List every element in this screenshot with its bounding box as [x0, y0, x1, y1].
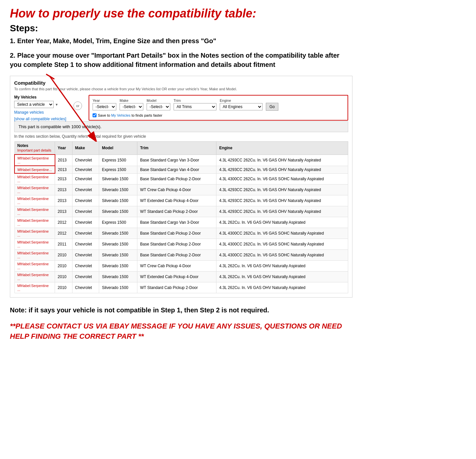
cell-notes: Mfrlabel:Serpentine... — [14, 166, 55, 173]
table-row: Mfrlabel:Serpentine ...2010ChevroletSilv… — [14, 261, 348, 272]
cell-make: Chevrolet — [72, 261, 99, 272]
compatibility-table: Notes Important part details Year Make M… — [14, 141, 348, 293]
make-select[interactable]: -Select- — [120, 103, 143, 110]
cell-trim: Base Standard Cab Pickup 2-Door — [137, 250, 216, 261]
make-label: Make — [120, 99, 143, 102]
cell-model: Silverado 1500 — [99, 272, 137, 282]
cell-trim: WT Extended Cab Pickup 4-Door — [137, 195, 216, 206]
table-row: Mfrlabel:Serpentine...2013ChevroletExpre… — [14, 166, 348, 173]
go-button[interactable]: Go — [266, 103, 278, 111]
cell-model: Silverado 1500 — [99, 195, 137, 206]
save-checkbox[interactable] — [93, 113, 97, 117]
manage-vehicles-link[interactable]: Manage vehicles — [14, 110, 67, 115]
table-row: Mfrlabel:Serpentine ...2013ChevroletSilv… — [14, 185, 348, 195]
note-text: Note: if it says your vehicle is not com… — [10, 305, 352, 315]
compatibility-widget: Compatibility To confirm that this part … — [10, 76, 352, 298]
cell-make: Chevrolet — [72, 239, 99, 250]
trim-select[interactable]: All Trims — [174, 103, 216, 110]
cell-model: Silverado 1500 — [99, 239, 137, 250]
cell-model: Silverado 1500 — [99, 282, 137, 293]
cell-trim: WT Standard Cab Pickup 2-Door — [137, 206, 216, 217]
contact-text: **PLEASE CONTACT US VIA EBAY MESSAGE IF … — [10, 321, 352, 342]
cell-engine: 4.3L 4293CC 262Cu. In. V6 GAS OHV Natura… — [216, 155, 348, 166]
main-title: How to properly use the compatibility ta… — [10, 7, 352, 20]
model-select[interactable]: -Select- — [147, 103, 170, 110]
table-row: Mfrlabel:Serpentine ...2010ChevroletSilv… — [14, 272, 348, 282]
cell-year: 2013 — [55, 173, 72, 185]
step1-text: 1. Enter Year, Make, Model, Trim, Engine… — [10, 36, 352, 45]
trim-label: Trim — [174, 99, 216, 102]
cell-make: Chevrolet — [72, 155, 99, 166]
compat-notice: This part is compatible with 1000 vehicl… — [14, 121, 348, 132]
cell-engine: 4.3L 4293CC 262Cu. In. V6 GAS OHV Natura… — [216, 185, 348, 195]
cell-notes: Mfrlabel:Serpentine ... — [14, 173, 55, 185]
engine-select[interactable]: All Engines — [220, 103, 263, 110]
table-row: Mfrlabel:Serpentine ...2012ChevroletSilv… — [14, 228, 348, 239]
col-trim: Trim — [137, 142, 216, 155]
cell-year: 2010 — [55, 261, 72, 272]
cell-engine: 4.3L 4300CC 262Cu. In. V6 GAS SOHC Natur… — [216, 173, 348, 185]
notes-subheader: Important part details — [17, 148, 51, 152]
cell-model: Silverado 1500 — [99, 206, 137, 217]
engine-label: Engine — [220, 99, 263, 102]
cell-trim: WT Crew Cab Pickup 4-Door — [137, 185, 216, 195]
col-notes: Notes Important part details — [14, 142, 55, 155]
cell-engine: 4.3L 4300CC 262Cu. In. V6 GAS SOHC Natur… — [216, 239, 348, 250]
cell-notes: Mfrlabel:Serpentine ... — [14, 282, 55, 293]
cell-trim: WT Crew Cab Pickup 4-Door — [137, 261, 216, 272]
cell-year: 2011 — [55, 239, 72, 250]
cell-make: Chevrolet — [72, 228, 99, 239]
cell-year: 2012 — [55, 228, 72, 239]
cell-make: Chevrolet — [72, 206, 99, 217]
cell-notes: Mfrlabel:Serpentine ... — [14, 250, 55, 261]
cell-trim: Base Standard Cab Pickup 2-Door — [137, 228, 216, 239]
cell-notes: Mfrlabel:Serpentine ... — [14, 217, 55, 228]
cell-model: Silverado 1500 — [99, 173, 137, 185]
table-row: Mfrlabel:Serpentine ...2012ChevroletExpr… — [14, 217, 348, 228]
cell-trim: Base Standard Cargo Van 4-Door — [137, 166, 216, 173]
show-all-link[interactable]: [show all compatible vehicles] — [14, 117, 67, 121]
steps-title: Steps: — [10, 23, 352, 34]
cell-notes: Mfrlabel:Serpentine ... — [14, 185, 55, 195]
cell-trim: WT Standard Cab Pickup 2-Door — [137, 282, 216, 293]
col-make: Make — [72, 142, 99, 155]
cell-notes: Mfrlabel:Serpentine ... — [14, 272, 55, 282]
col-model: Model — [99, 142, 137, 155]
cell-engine: 4.3L 262Cu. In. V6 GAS OHV Naturally Asp… — [216, 272, 348, 282]
cell-notes: Mfrlabel:Serpentine ... — [14, 228, 55, 239]
year-label: Year — [93, 99, 116, 102]
table-row: Mfrlabel:Serpentine ...2013ChevroletSilv… — [14, 173, 348, 185]
cell-make: Chevrolet — [72, 250, 99, 261]
cell-make: Chevrolet — [72, 272, 99, 282]
cell-trim: Base Standard Cargo Van 3-Door — [137, 217, 216, 228]
cell-notes: Mfrlabel:Serpentine ... — [14, 195, 55, 206]
cell-year: 2010 — [55, 250, 72, 261]
cell-make: Chevrolet — [72, 166, 99, 173]
table-row: Mfrlabel:Serpentine ...2011ChevroletSilv… — [14, 239, 348, 250]
cell-engine: 4.3L 4300CC 262Cu. In. V6 GAS SOHC Natur… — [216, 228, 348, 239]
cell-year: 2010 — [55, 272, 72, 282]
my-vehicles-save-link[interactable]: My Vehicles — [111, 113, 130, 117]
table-header-row: Notes Important part details Year Make M… — [14, 142, 348, 155]
cell-trim: Base Standard Cab Pickup 2-Door — [137, 173, 216, 185]
col-engine: Engine — [216, 142, 348, 155]
cell-model: Express 1500 — [99, 166, 137, 173]
cell-engine: 4.3L 4293CC 262Cu. In. V6 GAS OHV Natura… — [216, 195, 348, 206]
cell-model: Silverado 1500 — [99, 185, 137, 195]
dropdown-arrow-icon: ▼ — [55, 103, 58, 106]
table-row: Mfrlabel:Serpentine ...2013ChevroletExpr… — [14, 155, 348, 166]
cell-model: Silverado 1500 — [99, 250, 137, 261]
cell-engine: 4.3L 4300CC 262Cu. In. V6 GAS SOHC Natur… — [216, 250, 348, 261]
cell-year: 2013 — [55, 185, 72, 195]
cell-year: 2013 — [55, 155, 72, 166]
col-year: Year — [55, 142, 72, 155]
save-text: Save to My Vehicles to finds parts faste… — [98, 113, 162, 117]
year-select[interactable]: -Select- — [93, 103, 116, 110]
cell-make: Chevrolet — [72, 195, 99, 206]
vehicle-select[interactable]: Select a vehicle — [14, 101, 54, 108]
cell-make: Chevrolet — [72, 282, 99, 293]
compat-title: Compatibility — [14, 80, 348, 86]
cell-model: Express 1500 — [99, 217, 137, 228]
cell-year: 2012 — [55, 217, 72, 228]
cell-make: Chevrolet — [72, 217, 99, 228]
